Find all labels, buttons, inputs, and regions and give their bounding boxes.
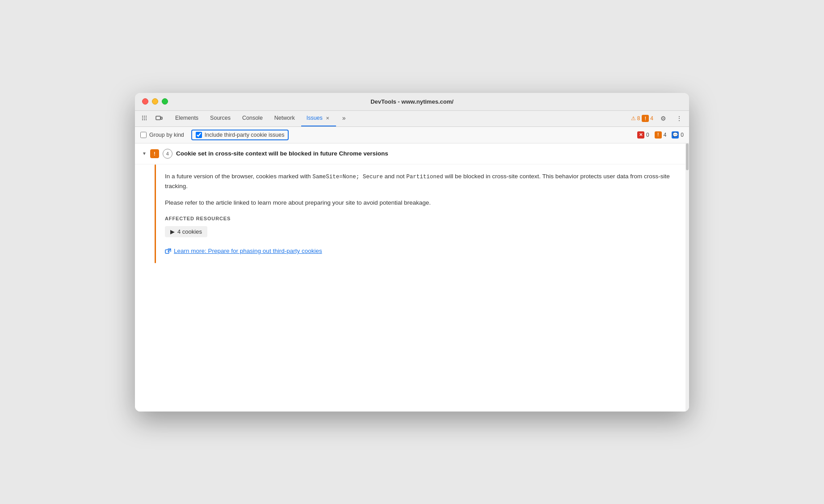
settings-button[interactable]: ⚙ xyxy=(657,112,669,125)
warning-count-value: 4 xyxy=(664,132,667,138)
affected-resources-label: AFFECTED RESOURCES xyxy=(165,215,682,223)
info-count-icon: 💬 xyxy=(672,131,679,139)
issue-paragraph-2: Please refer to the article linked to le… xyxy=(165,198,682,208)
device-toolbar-icon[interactable] xyxy=(153,112,165,125)
issue-title: Cookie set in cross-site context will be… xyxy=(176,150,388,157)
warning-badge-group: ⚠ 8 ! 4 xyxy=(631,115,653,122)
svg-rect-1 xyxy=(144,116,145,117)
main-content: ▼ ! 4 Cookie set in cross-site context w… xyxy=(135,143,689,412)
warning-count-icon: ! xyxy=(655,131,662,139)
warning-icon: ⚠ xyxy=(631,115,636,122)
issue-body: In a future version of the browser, cook… xyxy=(135,164,689,263)
issue-count-circle: 4 xyxy=(163,149,172,159)
group-by-kind-label[interactable]: Group by kind xyxy=(140,132,184,138)
svg-rect-0 xyxy=(142,116,143,117)
issue-left-bar xyxy=(155,164,156,263)
code-samesite: SameSite=None; Secure xyxy=(312,174,383,180)
group-by-kind-checkbox[interactable] xyxy=(140,132,147,138)
cookies-count-label: 4 cookies xyxy=(177,228,202,235)
tab-network[interactable]: Network xyxy=(269,111,300,126)
scroll-thumb[interactable] xyxy=(686,143,689,170)
issue-content: In a future version of the browser, cook… xyxy=(165,164,682,263)
tab-issues[interactable]: Issues ✕ xyxy=(301,111,336,126)
svg-rect-9 xyxy=(156,116,160,120)
error-count-icon: ✕ xyxy=(637,131,644,139)
cookies-expand-icon: ▶ xyxy=(170,228,175,235)
svg-rect-10 xyxy=(161,117,162,119)
error-badge: ! 4 xyxy=(642,115,653,122)
minimize-button[interactable] xyxy=(152,98,158,105)
issue-severity-icon: ! xyxy=(150,149,159,158)
svg-rect-7 xyxy=(144,119,145,120)
tab-sources[interactable]: Sources xyxy=(205,111,236,126)
traffic-lights xyxy=(142,98,168,105)
warning-badge: ⚠ 8 xyxy=(631,115,640,122)
window-title: DevTools - www.nytimes.com/ xyxy=(370,98,454,105)
tab-bar: Elements Sources Console Network Issues … xyxy=(135,111,689,127)
maximize-button[interactable] xyxy=(162,98,168,105)
issue-header[interactable]: ▼ ! 4 Cookie set in cross-site context w… xyxy=(135,143,689,164)
tab-bar-icons xyxy=(139,112,165,125)
issue-paragraph-1: In a future version of the browser, cook… xyxy=(165,172,682,191)
filter-bar: Group by kind Include third-party cookie… xyxy=(135,127,689,143)
tab-elements[interactable]: Elements xyxy=(170,111,204,126)
close-button[interactable] xyxy=(142,98,148,105)
svg-rect-4 xyxy=(146,116,147,117)
learn-more-link[interactable]: Learn more: Prepare for phasing out thir… xyxy=(165,246,682,256)
svg-rect-3 xyxy=(144,118,145,118)
scrollbar[interactable] xyxy=(685,143,689,412)
include-third-party-checkbox[interactable] xyxy=(196,132,202,138)
expand-icon: ▼ xyxy=(142,151,147,156)
tab-console[interactable]: Console xyxy=(237,111,268,126)
more-options-button[interactable]: ⋮ xyxy=(673,112,685,125)
cursor-icon[interactable] xyxy=(139,112,151,125)
error-count: 4 xyxy=(650,115,653,122)
include-third-party-label[interactable]: Include third-party cookie issues xyxy=(196,132,285,138)
close-tab-issues[interactable]: ✕ xyxy=(324,115,331,121)
info-count-badge: 💬 0 xyxy=(672,131,684,139)
external-link-icon xyxy=(165,246,171,256)
learn-more-text: Learn more: Prepare for phasing out thir… xyxy=(174,246,322,256)
cookies-expand-button[interactable]: ▶ 4 cookies xyxy=(165,226,207,237)
svg-rect-8 xyxy=(146,119,147,120)
more-options-icon: ⋮ xyxy=(676,115,682,122)
title-bar: DevTools - www.nytimes.com/ xyxy=(135,93,689,111)
warning-count-badge: ! 4 xyxy=(655,131,667,139)
more-tabs-button[interactable]: » xyxy=(337,111,351,126)
error-count-badge: ✕ 0 xyxy=(637,131,649,139)
devtools-window: DevTools - www.nytimes.com/ xyxy=(135,93,689,412)
settings-icon: ⚙ xyxy=(660,115,666,122)
svg-rect-2 xyxy=(142,118,143,118)
error-count-value: 0 xyxy=(646,132,649,138)
svg-rect-6 xyxy=(142,119,143,120)
info-count-value: 0 xyxy=(681,132,684,138)
error-icon: ! xyxy=(642,115,649,122)
filter-counts: ✕ 0 ! 4 💬 0 xyxy=(637,131,684,139)
code-partitioned: Partitioned xyxy=(406,174,443,180)
include-third-party-container: Include third-party cookie issues xyxy=(191,130,289,140)
issue-count: 4 xyxy=(166,151,169,156)
tab-bar-right: ⚠ 8 ! 4 ⚙ ⋮ xyxy=(631,112,685,125)
warning-count: 8 xyxy=(637,115,640,122)
svg-rect-5 xyxy=(146,118,147,118)
